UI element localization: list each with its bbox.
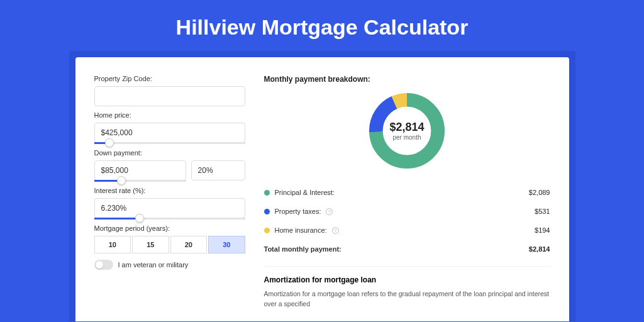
home-price-slider[interactable] bbox=[94, 142, 245, 144]
slider-thumb-icon[interactable] bbox=[135, 214, 144, 223]
card-outer: Property Zip Code: Home price: Down paym… bbox=[69, 51, 575, 321]
field-interest: Interest rate (%): bbox=[94, 187, 245, 219]
field-down-payment: Down payment: bbox=[94, 149, 245, 182]
interest-slider[interactable] bbox=[94, 218, 245, 219]
zip-label: Property Zip Code: bbox=[94, 75, 245, 82]
breakdown-panel: Monthly payment breakdown: $2,814 per mo… bbox=[264, 75, 550, 321]
legend-label: Principal & Interest: bbox=[275, 189, 335, 196]
veteran-toggle[interactable] bbox=[94, 260, 113, 270]
zip-input[interactable] bbox=[94, 86, 245, 106]
interest-input[interactable] bbox=[94, 198, 245, 218]
field-home-price: Home price: bbox=[94, 111, 245, 144]
calculator-card: Property Zip Code: Home price: Down paym… bbox=[75, 57, 569, 321]
down-payment-label: Down payment: bbox=[94, 149, 245, 157]
field-period: Mortgage period (years): 10 15 20 30 bbox=[94, 225, 245, 253]
legend-row-total: Total monthly payment: $2,814 bbox=[264, 240, 550, 258]
veteran-label: I am veteran or military bbox=[118, 261, 189, 269]
period-option-20[interactable]: 20 bbox=[170, 236, 208, 253]
slider-thumb-icon[interactable] bbox=[105, 138, 114, 147]
toggle-knob-icon bbox=[96, 261, 103, 269]
donut-chart: $2,814 per month bbox=[366, 90, 448, 172]
down-payment-pct-input[interactable] bbox=[191, 160, 245, 180]
period-option-10[interactable]: 10 bbox=[94, 236, 131, 253]
divider bbox=[264, 266, 550, 267]
dot-icon bbox=[264, 209, 270, 214]
period-label: Mortgage period (years): bbox=[94, 225, 245, 232]
interest-label: Interest rate (%): bbox=[94, 187, 245, 194]
donut-chart-wrap: $2,814 per month bbox=[264, 90, 550, 172]
veteran-toggle-row: I am veteran or military bbox=[94, 260, 245, 270]
slider-thumb-icon[interactable] bbox=[117, 176, 126, 185]
amortization-title: Amortization for mortgage loan bbox=[264, 275, 550, 284]
breakdown-title: Monthly payment breakdown: bbox=[264, 75, 550, 84]
field-zip: Property Zip Code: bbox=[94, 75, 245, 106]
total-value: $2,814 bbox=[529, 245, 550, 253]
donut-sub: per month bbox=[392, 134, 421, 141]
legend-value: $531 bbox=[535, 208, 550, 215]
legend-row-principal: Principal & Interest: $2,089 bbox=[264, 183, 550, 202]
info-icon[interactable]: ? bbox=[332, 227, 339, 234]
dot-icon bbox=[264, 228, 270, 233]
legend-value: $194 bbox=[535, 226, 550, 234]
dot-icon bbox=[264, 190, 270, 196]
amortization-text: Amortization for a mortgage loan refers … bbox=[264, 289, 550, 309]
legend-label: Home insurance: bbox=[275, 226, 327, 234]
period-button-group: 10 15 20 30 bbox=[94, 236, 245, 253]
period-option-15[interactable]: 15 bbox=[132, 236, 169, 253]
form-panel: Property Zip Code: Home price: Down paym… bbox=[94, 75, 245, 321]
home-price-label: Home price: bbox=[94, 111, 245, 119]
legend-label: Property taxes: bbox=[275, 208, 321, 215]
page-title: Hillview Mortgage Calculator bbox=[0, 0, 644, 51]
donut-center: $2,814 per month bbox=[366, 90, 448, 172]
legend-value: $2,089 bbox=[529, 189, 550, 196]
legend-row-insurance: Home insurance: ? $194 bbox=[264, 221, 550, 240]
legend-row-taxes: Property taxes: ? $531 bbox=[264, 202, 550, 221]
total-label: Total monthly payment: bbox=[264, 245, 341, 253]
period-option-30[interactable]: 30 bbox=[208, 236, 245, 253]
down-payment-slider[interactable] bbox=[94, 180, 186, 182]
donut-value: $2,814 bbox=[389, 121, 424, 134]
info-icon[interactable]: ? bbox=[326, 208, 333, 215]
home-price-input[interactable] bbox=[94, 123, 245, 143]
down-payment-input[interactable] bbox=[94, 160, 186, 180]
